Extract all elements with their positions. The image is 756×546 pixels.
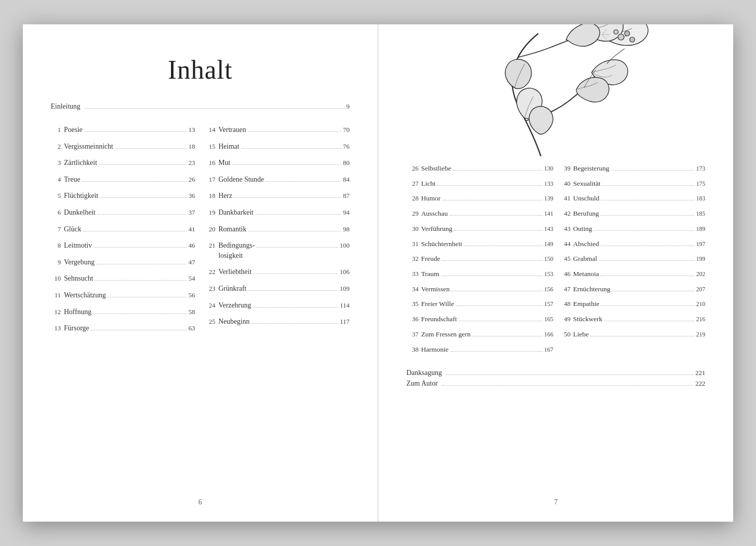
entry-name: Treue: [64, 175, 80, 185]
right-entry-num: 38: [406, 345, 419, 354]
entry-dots: [91, 330, 187, 330]
entry-name: Romantik: [219, 224, 247, 234]
entry-page: 100: [340, 241, 350, 250]
entry-num: 19: [205, 208, 216, 217]
svg-point-3: [630, 37, 635, 42]
entry-num: 1: [51, 125, 61, 134]
entry-num: 7: [51, 225, 61, 234]
right-entry-dots: [451, 291, 542, 291]
toc-entry: 16 Mut 80: [205, 158, 350, 168]
right-entry-dots: [594, 230, 695, 231]
right-entry-page: 197: [696, 240, 705, 248]
entry-dots: [82, 181, 186, 182]
entry-page: 26: [189, 175, 195, 184]
right-entry-dots: [600, 276, 695, 276]
right-entry-num: 27: [406, 179, 419, 188]
right-entry-name: Zum Fressen gern: [421, 330, 470, 339]
entry-num: 24: [205, 301, 216, 310]
entry-dots: [99, 164, 186, 165]
toc-entry: 6 Dunkelheit 37: [51, 208, 195, 218]
right-entry-num: 39: [559, 164, 571, 173]
einleitung-page: 9: [347, 103, 350, 111]
right-entry-name: Empathie: [573, 299, 600, 309]
entry-dots: [254, 274, 338, 274]
entry-num: 21: [205, 241, 216, 250]
entry-name: Neubeginn: [219, 317, 250, 327]
right-entry-dots: [472, 336, 542, 336]
right-entry-name: Sexualität: [573, 179, 601, 188]
entry-name: Flüchtigkeit: [64, 191, 98, 201]
bottom-entry-page: 221: [696, 369, 706, 377]
svg-point-1: [625, 31, 630, 36]
right-toc-entry: 29 Ausschau 141: [406, 209, 554, 218]
entry-num: 5: [51, 191, 61, 200]
right-toc-entry: 26 Selbstliebe 130: [406, 164, 554, 173]
right-entry-dots: [611, 170, 695, 170]
right-entry-num: 36: [406, 315, 419, 324]
entry-dots: [97, 214, 186, 215]
entry-num: 12: [51, 308, 61, 317]
right-toc-entry: 49 Stückwerk 216: [559, 315, 706, 324]
right-entry-num: 44: [559, 240, 571, 249]
right-entry-name: Ernüchterung: [573, 285, 610, 294]
bottom-entry: Danksagung 221: [406, 369, 705, 377]
right-entry-name: Abschied: [573, 240, 599, 249]
entry-page: 36: [189, 191, 195, 200]
right-entry-name: Stückwerk: [573, 315, 603, 324]
right-entry-num: 41: [559, 194, 571, 203]
right-toc-entry: 39 Begeisterung 173: [559, 164, 706, 173]
right-entry-name: Licht: [421, 179, 436, 188]
right-entry-name: Humor: [421, 194, 440, 203]
right-entry-dots: [456, 305, 543, 306]
right-entry-dots: [590, 336, 695, 336]
right-entry-dots: [454, 230, 542, 231]
right-entry-dots: [441, 276, 543, 276]
right-entry-page: 185: [696, 210, 705, 218]
entry-dots: [232, 164, 341, 165]
entry-dots: [93, 314, 186, 314]
toc-entry: 1 Poesie 13: [51, 125, 195, 135]
entry-num: 6: [51, 208, 61, 217]
right-toc-entry: 48 Empathie 210: [559, 299, 706, 309]
bottom-dots: [442, 385, 694, 386]
right-entry-name: Freude: [421, 254, 440, 263]
toc-entry: 18 Herz 87: [205, 191, 350, 201]
entry-dots: [100, 197, 187, 198]
toc-entry: 14 Vertrauen 70: [205, 125, 350, 135]
left-page-number: 6: [198, 498, 202, 506]
right-toc-entry: 32 Freude 150: [406, 254, 554, 263]
entry-name: Leitmotiv: [64, 241, 92, 251]
entry-dots: [249, 290, 338, 291]
toc-entry: 19 Dankbarkeit 94: [205, 208, 350, 218]
entry-page: 41: [189, 225, 195, 234]
bottom-entry-page: 222: [696, 380, 706, 388]
entry-page: 87: [343, 191, 350, 200]
entry-num: 2: [51, 142, 61, 151]
entry-page: 56: [189, 291, 195, 300]
right-entry-page: 130: [544, 164, 554, 173]
toc-entry: 9 Vergebung 47: [51, 257, 195, 267]
entry-dots: [115, 148, 187, 149]
entry-page: 37: [189, 208, 195, 217]
right-toc-entry: 44 Abschied 197: [559, 240, 706, 249]
right-entry-num: 26: [406, 164, 419, 173]
entry-num: 8: [51, 241, 61, 250]
entry-num: 11: [51, 291, 61, 300]
toc-entry: 8 Leitmotiv 46: [51, 241, 195, 251]
entry-dots: [257, 247, 337, 248]
toc-entry: 15 Heimat 76: [205, 142, 350, 152]
entry-page: 80: [343, 158, 350, 167]
right-toc-entry: 41 Unschuld 183: [559, 194, 706, 203]
right-entry-dots: [464, 246, 543, 246]
right-entry-dots: [601, 215, 695, 216]
entry-page: 84: [343, 175, 350, 184]
bottom-entry: Zum Autor 222: [406, 380, 705, 388]
toc-entry: 25 Neubeginn 117: [205, 317, 350, 327]
page-title: Inhalt: [51, 55, 350, 85]
toc-entry: 7 Glück 41: [51, 224, 195, 234]
entry-dots: [85, 131, 187, 132]
right-entry-dots: [450, 215, 543, 216]
right-toc-entry: 45 Grabmal 199: [559, 254, 706, 263]
entry-name: Vergissmeinnicht: [64, 142, 113, 152]
right-entry-page: 167: [544, 346, 554, 354]
